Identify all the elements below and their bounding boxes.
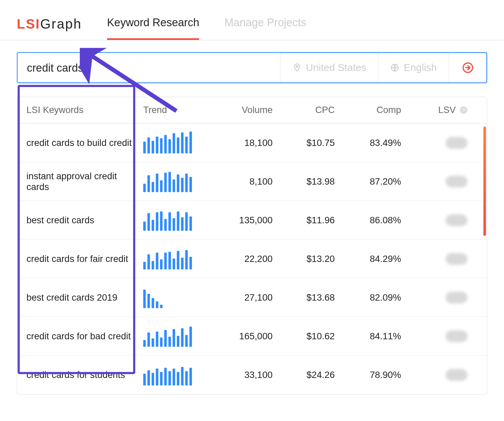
cell-lsv	[409, 137, 467, 149]
table-row[interactable]: credit cards to build credit18,100$10.75…	[17, 124, 487, 162]
th-lsv: LSV ?	[409, 105, 467, 116]
cell-comp: 86.08%	[342, 215, 401, 226]
logo-prefix: LSI	[17, 16, 40, 32]
cell-trend-sparkline	[143, 365, 202, 386]
cell-keyword: best credit cards	[27, 215, 136, 226]
table-row[interactable]: instant approval credit cards8,100$13.98…	[17, 162, 487, 201]
cell-volume: 33,100	[210, 370, 273, 381]
cell-lsv	[409, 330, 467, 342]
table-body: credit cards to build credit18,100$10.75…	[17, 124, 487, 394]
cell-cpc: $10.75	[280, 137, 335, 148]
cell-cpc: $13.98	[280, 176, 335, 187]
country-select[interactable]: United States	[280, 53, 378, 83]
table-row[interactable]: best credit cards 201927,100$13.6882.09%	[17, 278, 487, 317]
cell-volume: 165,000	[210, 331, 273, 342]
search-bar: United States English	[17, 52, 487, 83]
scrollbar[interactable]	[484, 126, 486, 236]
logo-suffix: Graph	[40, 16, 82, 32]
cell-keyword: instant approval credit cards	[27, 170, 136, 192]
tab-keyword-research[interactable]: Keyword Research	[107, 8, 199, 40]
cell-trend-sparkline	[143, 209, 202, 231]
cell-lsv	[409, 369, 467, 381]
cell-volume: 18,100	[210, 137, 273, 148]
lsv-blurred-value	[446, 214, 467, 226]
cell-comp: 82.09%	[342, 292, 401, 303]
table-row[interactable]: credit cards for fair credit22,200$13.20…	[17, 240, 487, 278]
table-header-row: LSI Keywords Trend Volume CPC Comp LSV ?	[17, 97, 487, 124]
app-header: LSI Graph Keyword Research Manage Projec…	[0, 0, 504, 40]
help-icon[interactable]: ?	[460, 106, 468, 114]
tab-manage-projects[interactable]: Manage Projects	[224, 8, 306, 40]
cell-keyword: best credit cards 2019	[27, 292, 136, 303]
keyword-input[interactable]	[18, 53, 280, 83]
lsv-blurred-value	[446, 369, 467, 381]
cell-trend-sparkline	[143, 171, 202, 192]
lsv-blurred-value	[446, 292, 467, 303]
th-keywords: LSI Keywords	[27, 105, 136, 116]
globe-icon	[390, 63, 400, 73]
cell-trend-sparkline	[143, 326, 202, 347]
cell-lsv	[409, 253, 467, 265]
cell-lsv	[409, 176, 467, 187]
th-comp: Comp	[342, 105, 401, 116]
language-label: English	[404, 62, 437, 74]
lsv-blurred-value	[446, 137, 467, 149]
language-select[interactable]: English	[378, 53, 449, 83]
cell-keyword: credit cards for bad credit	[27, 331, 136, 342]
cell-trend-sparkline	[143, 132, 202, 153]
cell-comp: 83.49%	[342, 137, 401, 148]
cell-volume: 135,000	[210, 215, 273, 226]
cell-volume: 8,100	[210, 176, 273, 187]
submit-arrow-icon	[461, 62, 474, 74]
cell-trend-sparkline	[143, 248, 202, 269]
cell-keyword: credit cards for fair credit	[27, 253, 136, 264]
th-cpc: CPC	[280, 105, 335, 116]
results-table: LSI Keywords Trend Volume CPC Comp LSV ?…	[17, 97, 487, 395]
cell-cpc: $10.62	[280, 331, 335, 342]
cell-cpc: $24.26	[280, 370, 335, 381]
th-lsv-label: LSV	[438, 105, 456, 116]
th-trend: Trend	[143, 105, 202, 116]
cell-keyword: credit cards for students	[27, 370, 136, 381]
table-row[interactable]: best credit cards135,000$11.9686.08%	[17, 201, 487, 240]
th-volume: Volume	[210, 105, 273, 116]
lsv-blurred-value	[446, 176, 467, 187]
cell-keyword: credit cards to build credit	[27, 137, 136, 148]
cell-cpc: $13.20	[280, 253, 335, 264]
app-logo: LSI Graph	[17, 16, 82, 32]
cell-comp: 78.90%	[342, 370, 401, 381]
cell-comp: 87.20%	[342, 176, 401, 187]
main-content: United States English LSI Keywords Trend…	[0, 40, 504, 395]
cell-cpc: $11.96	[280, 215, 335, 226]
location-pin-icon	[292, 63, 302, 73]
lsv-blurred-value	[446, 253, 467, 265]
cell-comp: 84.11%	[342, 331, 401, 342]
lsv-blurred-value	[446, 330, 467, 342]
search-submit-button[interactable]	[449, 53, 487, 83]
cell-lsv	[409, 214, 467, 226]
cell-volume: 22,200	[210, 253, 273, 264]
table-row[interactable]: credit cards for students33,100$24.2678.…	[17, 356, 487, 394]
cell-comp: 84.29%	[342, 253, 401, 264]
cell-cpc: $13.68	[280, 292, 335, 303]
table-row[interactable]: credit cards for bad credit165,000$10.62…	[17, 317, 487, 356]
country-label: United States	[306, 62, 366, 74]
cell-lsv	[409, 292, 467, 303]
svg-point-0	[296, 66, 298, 68]
cell-trend-sparkline	[143, 287, 202, 308]
cell-volume: 27,100	[210, 292, 273, 303]
